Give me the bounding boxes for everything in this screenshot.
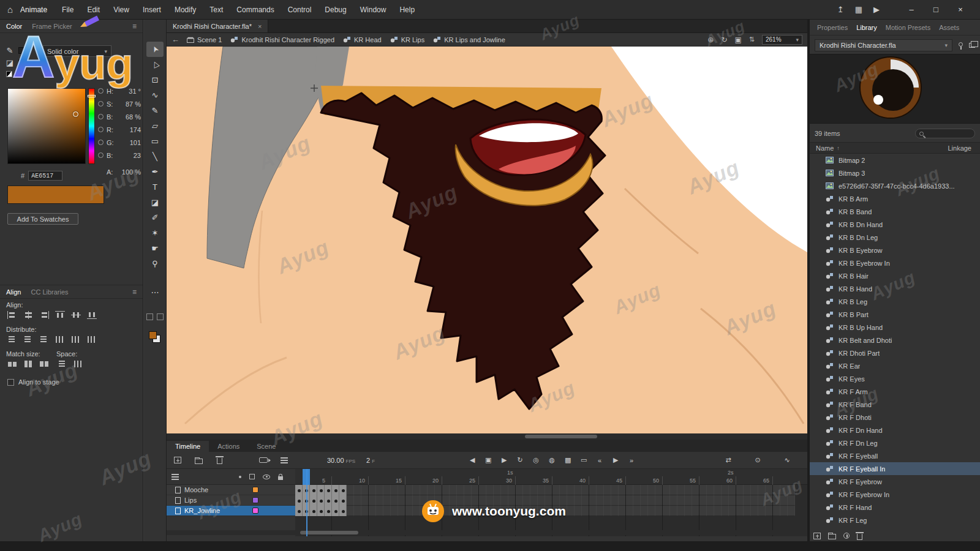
timeline-frame-cell[interactable] bbox=[435, 485, 442, 495]
outline-column-icon[interactable] bbox=[249, 474, 255, 479]
timeline-frame-cell[interactable] bbox=[655, 495, 663, 506]
align-right-edge-button[interactable] bbox=[37, 309, 51, 321]
distribute-right-button[interactable] bbox=[85, 333, 99, 345]
timeline-frame-cell[interactable] bbox=[486, 485, 494, 495]
delete-item-button[interactable] bbox=[857, 534, 862, 540]
pen-tool[interactable]: ✒ bbox=[146, 164, 164, 179]
timeline-frame-cell[interactable] bbox=[685, 495, 692, 506]
KR B Eyebrow[interactable]: KR B Eyebrow bbox=[810, 244, 980, 257]
timeline-frame-cell[interactable] bbox=[604, 495, 611, 506]
e5726d67-35f7-47cc-bcc4-4d6a1933...[interactable]: e5726d67-35f7-47cc-bcc4-4d6a1933... bbox=[810, 179, 980, 192]
timeline-frame-cell[interactable] bbox=[383, 506, 391, 516]
rectangle-tool[interactable]: ▭ bbox=[146, 133, 164, 149]
fill-color-icon[interactable]: ◪ bbox=[5, 58, 15, 67]
frames-column[interactable]: 1s2s 5101520253035404550556065 bbox=[295, 469, 807, 536]
timeline-frame-cell[interactable] bbox=[766, 485, 773, 495]
timeline-frame-cell[interactable] bbox=[780, 506, 788, 516]
play-button[interactable]: ▶ bbox=[609, 454, 622, 467]
timeline-frame-cell[interactable] bbox=[744, 495, 751, 506]
close-icon[interactable]: × bbox=[258, 23, 262, 30]
timeline-frame-cell[interactable] bbox=[464, 506, 472, 516]
KR B Hair[interactable]: KR B Hair bbox=[810, 269, 980, 282]
timeline-frame-cell[interactable] bbox=[479, 485, 486, 495]
eyedropper-tool[interactable]: ✐ bbox=[146, 210, 164, 225]
timeline-frame-cell[interactable] bbox=[508, 495, 516, 506]
panel-menu-icon[interactable]: ≡ bbox=[132, 288, 137, 296]
timeline-frame-cell[interactable] bbox=[788, 485, 795, 495]
swap-colors-button[interactable]: ⇄ bbox=[15, 71, 21, 77]
center-stage-icon[interactable]: ⊕ bbox=[707, 36, 714, 44]
timeline-frame-cell[interactable] bbox=[685, 506, 692, 516]
menubar-menu[interactable]: Window bbox=[360, 6, 386, 14]
timeline-frame-cell[interactable] bbox=[501, 485, 508, 495]
timeline-frame-cell[interactable] bbox=[516, 506, 523, 516]
timeline-frame-cell[interactable] bbox=[575, 506, 582, 516]
library-search[interactable] bbox=[915, 129, 975, 138]
timeline-frame-cell[interactable] bbox=[758, 506, 766, 516]
timeline-frame-cell[interactable] bbox=[428, 495, 435, 506]
insert-frame-button[interactable]: ▭ bbox=[577, 454, 590, 467]
timeline-frame-cell[interactable] bbox=[766, 506, 773, 516]
Bitmap 3[interactable]: Bitmap 3 bbox=[810, 167, 980, 179]
timeline-frame-cell[interactable] bbox=[545, 495, 552, 506]
timeline-frame-cell[interactable] bbox=[567, 506, 575, 516]
timeline-frame-cell[interactable] bbox=[442, 485, 450, 495]
KR B Band[interactable]: KR B Band bbox=[810, 205, 980, 218]
timeline-frame-cell[interactable] bbox=[391, 485, 398, 495]
timeline-frame-cell[interactable] bbox=[751, 506, 758, 516]
timeline-frame-cell[interactable] bbox=[655, 485, 663, 495]
document-tab[interactable]: Krodhi Rishi Character.fla* × bbox=[167, 20, 268, 32]
timeline-frame-cell[interactable] bbox=[663, 485, 670, 495]
timeline-frame-cell[interactable] bbox=[523, 485, 530, 495]
timeline-frame-cell[interactable] bbox=[626, 495, 633, 506]
timeline-frame-cell[interactable] bbox=[582, 495, 589, 506]
color-picker-indicator[interactable] bbox=[73, 111, 78, 117]
timeline-frame-cell[interactable] bbox=[464, 485, 472, 495]
scrollbar-thumb[interactable] bbox=[300, 531, 358, 534]
timeline-frame-cell[interactable] bbox=[677, 506, 685, 516]
timeline-frame-cell[interactable] bbox=[494, 495, 501, 506]
timeline-frame-cell[interactable] bbox=[369, 506, 376, 516]
timeline-stat[interactable]: 30.00 FPS bbox=[327, 457, 355, 464]
timeline-frame-cell[interactable] bbox=[457, 485, 464, 495]
panel-tab[interactable]: Motion Presets bbox=[886, 24, 930, 31]
timeline-frame-cell[interactable] bbox=[450, 506, 457, 516]
align-left-edge-button[interactable] bbox=[5, 309, 20, 321]
timeline-frame-cell[interactable] bbox=[450, 485, 457, 495]
align-to-stage-option[interactable]: Align to stage bbox=[7, 378, 59, 386]
timeline-frame-cell[interactable] bbox=[589, 495, 597, 506]
timeline-frame-cell[interactable] bbox=[575, 495, 582, 506]
timeline-frame-cell[interactable] bbox=[428, 506, 435, 516]
hex-input[interactable] bbox=[28, 171, 62, 181]
timeline-frame-cell[interactable] bbox=[354, 495, 361, 506]
eraser-tool[interactable]: ▱ bbox=[146, 118, 164, 133]
timeline-frame-cell[interactable] bbox=[310, 506, 317, 516]
timeline-frame-cell[interactable] bbox=[538, 495, 545, 506]
timeline-frame-cell[interactable] bbox=[699, 495, 707, 506]
timeline-frame-cell[interactable] bbox=[736, 485, 744, 495]
timeline-frame-cell[interactable] bbox=[413, 495, 420, 506]
menubar-menu[interactable]: Help bbox=[399, 6, 415, 14]
KR F Arm[interactable]: KR F Arm bbox=[810, 385, 980, 398]
timeline-frame-cell[interactable] bbox=[442, 495, 450, 506]
timeline-frame-cell[interactable] bbox=[597, 495, 604, 506]
stroke-color-icon[interactable]: ✎ bbox=[5, 46, 15, 55]
timeline-frame-cell[interactable] bbox=[714, 485, 722, 495]
timeline-frame-cell[interactable] bbox=[648, 495, 655, 506]
KR Belt and Dhoti[interactable]: KR Belt and Dhoti bbox=[810, 334, 980, 347]
distribute-bottom-button[interactable] bbox=[37, 333, 51, 345]
KR B Dn Hand[interactable]: KR B Dn Hand bbox=[810, 218, 980, 231]
timeline-frame-cell[interactable] bbox=[398, 495, 405, 506]
timeline-frame-cell[interactable] bbox=[619, 506, 626, 516]
timeline-frame-cell[interactable] bbox=[663, 495, 670, 506]
timeline-frame-cell[interactable] bbox=[361, 485, 369, 495]
timeline-frame-cell[interactable] bbox=[420, 495, 428, 506]
subselection-tool[interactable]: ▷ bbox=[146, 57, 164, 72]
timeline-frame-cell[interactable] bbox=[295, 506, 303, 516]
timeline-frame-cell[interactable] bbox=[560, 506, 567, 516]
timeline-frame-cell[interactable] bbox=[508, 506, 516, 516]
timeline-frame-cell[interactable] bbox=[714, 495, 722, 506]
KR F Dhoti[interactable]: KR F Dhoti bbox=[810, 411, 980, 424]
timeline-frame-cell[interactable] bbox=[604, 506, 611, 516]
zoom-stepper[interactable]: ⇅ bbox=[749, 36, 755, 43]
